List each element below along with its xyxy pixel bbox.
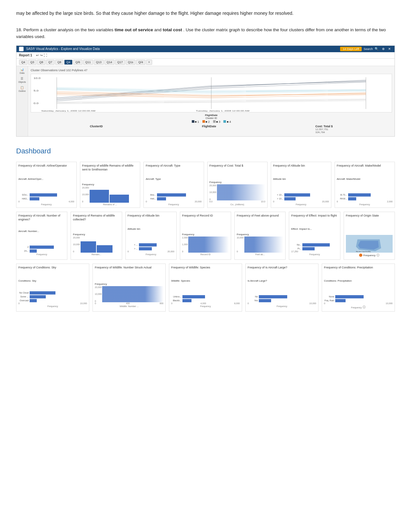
axis-min-6: 0	[337, 200, 338, 203]
chart-title-6: Frequency of Aircraft: Make/Model	[337, 164, 393, 176]
map-info-icon[interactable]: ⓘ	[377, 253, 379, 257]
tab-q3[interactable]: Q3	[28, 60, 36, 65]
bar-fill-none-precip	[335, 295, 364, 298]
tab-q4[interactable]: Q4	[19, 60, 27, 65]
chart-record-id: Frequency of Record ID Frequency 2,000 1…	[180, 212, 231, 260]
vertical-bars-11: 10,000 0	[237, 237, 283, 253]
x-axis-label-12: Frequency	[291, 253, 338, 256]
y-axis-15: 20,000 10,000 0	[95, 286, 102, 302]
svg-text:10.0: 10.0	[34, 77, 41, 79]
tab-q14b[interactable]: Q/4	[136, 60, 145, 65]
redo-icon[interactable]: ↪	[40, 53, 43, 57]
titlebar-left: SAS® Visual Analytics - Explore and Visu…	[19, 47, 100, 51]
chart-subtitle-1: Aircraft: Airline/Oper...	[18, 178, 74, 180]
chart-wildlife-number-struck: Frequency of Wildlife: Number Struck Act…	[93, 264, 166, 312]
bar-chart-14: No Cloud Some ... Overcast	[18, 283, 87, 302]
bar-fill-overcast	[30, 299, 37, 302]
tab-q8b[interactable]: Q8	[55, 60, 64, 65]
bars-2	[90, 187, 138, 203]
chart-airline-operator: Frequency of Aircraft: Airline/Operator …	[16, 162, 77, 208]
and-connector: and	[154, 27, 162, 32]
days-left-button[interactable]: 14 Days Left	[340, 47, 362, 51]
bar-row-hag: HAG...	[18, 197, 74, 200]
chart-numbers-9: 0 20,000	[128, 250, 174, 253]
sidebar-data-icon[interactable]: 📊Data	[20, 68, 24, 74]
chart-numbers-1: 0 4,000	[18, 200, 74, 203]
chart-body-7: Aircraft: Number... 2 (m...	[18, 227, 65, 253]
chart-title-11: Frequency of Feet above ground	[237, 214, 283, 226]
chart-subtitle-14: Conditions: Sky	[18, 279, 87, 282]
bar-8a	[81, 241, 96, 253]
axis-min-3: 0	[146, 200, 147, 203]
tab-q17[interactable]: Q17	[115, 60, 125, 65]
x-axis-label-18: Frequency	[351, 306, 362, 309]
question-18-block: 18. Perform a cluster analysis on the tw…	[16, 26, 395, 137]
tab-q4b[interactable]: Q4	[64, 60, 73, 65]
chart-make-model: Frequency of Aircraft: Make/Model Aircra…	[335, 162, 395, 208]
tab-q7[interactable]: Q7	[46, 60, 54, 65]
vertical-bars-10: 2,000 1,000 0	[182, 237, 229, 253]
svg-text:0.0: 0.0	[34, 102, 39, 104]
axis-min-18: 0	[324, 302, 325, 305]
x-axis-label-14: Frequency	[18, 305, 87, 307]
bar-fill-nocloud	[30, 291, 55, 295]
bar-label-alt-gt: > ...	[128, 247, 138, 250]
svg-text:Map data © OpenStreetMap: Map data © OpenStreetMap	[356, 251, 371, 252]
x-axis-label-15: Wildlife: Number ...	[95, 305, 163, 307]
bar-label-b73: B-73...	[337, 194, 347, 196]
question-18-text: 18. Perform a cluster analysis on the tw…	[16, 26, 395, 40]
sidebar-outline-icon[interactable]: 📋Outline	[18, 86, 25, 92]
chart-remains-collected: Frequency of Remains of wildlife collect…	[71, 212, 122, 260]
undo-icon[interactable]: ↩	[36, 53, 39, 57]
bar-label-hag: HAG...	[18, 198, 29, 200]
axis-max-15: 800	[160, 302, 163, 305]
histogram-10	[188, 237, 229, 253]
tab-q14[interactable]: Q14	[104, 60, 114, 65]
tab-add[interactable]: +	[146, 60, 152, 65]
bar-8b	[97, 245, 113, 253]
bar-row-nocloud: No Cloud	[18, 291, 87, 295]
tab-q8[interactable]: Q8	[37, 60, 45, 65]
bar-row-b73: B-73...	[337, 193, 393, 197]
chart-body-1: Aircraft: Airline/Oper... SOU... HAG... …	[18, 177, 74, 203]
bar-chart-18: None Fog, Rain	[324, 283, 393, 302]
x-axis-label-4: Co...(millions)	[210, 203, 266, 206]
x-axis-label-8: Remain...	[73, 253, 120, 256]
expand-icon[interactable]: ⛶	[44, 53, 47, 57]
bar-fill-alt-gt	[139, 247, 152, 250]
tab-q6[interactable]: Q/6	[73, 60, 83, 65]
bar-row-meng: (m...	[18, 249, 65, 253]
bar-fill-meng	[30, 249, 37, 253]
chart-body-4: Frequency 20,000 10,000 0 0.0 10.0	[210, 177, 266, 203]
chart-subtitle-15: Frequency	[95, 283, 163, 285]
svg-text:Tuesday, January 1, 2008 12:00: Tuesday, January 1, 2008 12:00:00 AM	[196, 110, 250, 112]
axis-min-1: 0	[18, 200, 20, 203]
axis-min-17: 0	[248, 302, 249, 305]
axis-max-6: 2,000	[387, 200, 393, 203]
chart-title-15: Frequency of Wildlife: Number Struck Act…	[95, 266, 163, 277]
bar-row-some: Some ...	[18, 295, 87, 298]
chart-origin-state: Frequency of Origin State Map data © Ope…	[344, 212, 395, 260]
bar-label-gt10: > 10...	[273, 198, 283, 200]
bar-label-yes-large: Yes	[248, 299, 258, 302]
chart-subtitle-17: Is Aircraft Large?	[248, 279, 316, 282]
axis-min-15: 0	[95, 302, 96, 305]
bar-label-meng: (m...	[18, 250, 29, 252]
x-axis-label-10: Record ID	[182, 253, 229, 256]
chart-body-5: Altitude bin < 10... > 10... 0 20,000	[273, 177, 329, 203]
tab-q1s[interactable]: Q1s	[126, 60, 136, 65]
bar-fill-gt10	[284, 197, 296, 200]
chart-title-2: Frequency of wildlife Remains of wildlif…	[82, 164, 138, 176]
tab-q13[interactable]: Q13	[94, 60, 104, 65]
tab-q11[interactable]: Q11	[83, 60, 93, 65]
sidebar-objects-icon[interactable]: ☰Objects	[18, 77, 26, 83]
cluster1-legend: ■ 1	[192, 120, 199, 123]
precip-info-icon[interactable]: ⓘ	[363, 305, 366, 309]
axis-min-5: 0	[273, 200, 274, 203]
chart-subtitle-4: Frequency	[210, 181, 266, 184]
bar-chart-9: < ... > ...	[128, 231, 174, 250]
chart-title-7: Frequency of Aircraft: Number of engines…	[18, 214, 65, 226]
bar-fill-yes-large	[259, 299, 271, 302]
bar-fill-heli	[157, 197, 166, 200]
y-axis-4: 20,000 10,000 0	[210, 184, 216, 200]
